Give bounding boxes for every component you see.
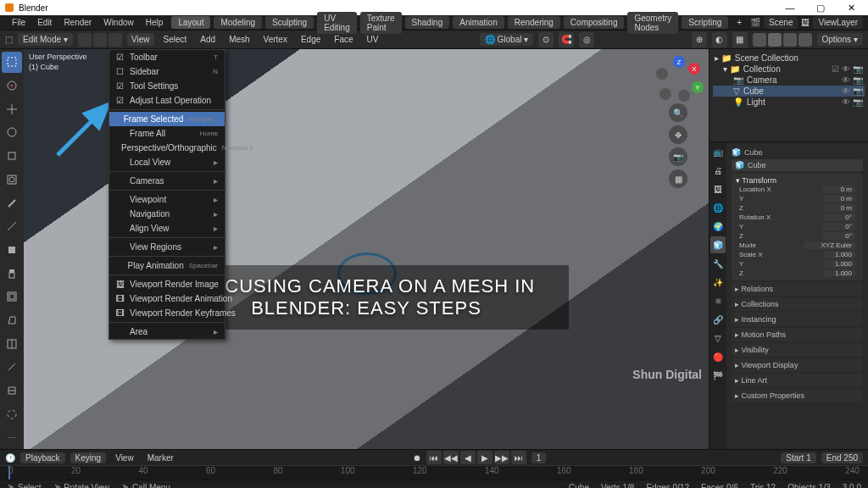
outliner[interactable]: ▸ 📁 Scene Collection ▾ 📁 Collection☑ 👁 📷… — [709, 49, 868, 142]
menu-file[interactable]: File — [7, 16, 31, 29]
ptab-object[interactable]: 🧊 — [710, 236, 726, 253]
start-frame-field[interactable]: Start 1 — [781, 452, 815, 463]
tool-more[interactable]: ⋯ — [2, 427, 22, 448]
object-name-field[interactable]: Cube — [744, 148, 763, 157]
shading-solid[interactable] — [768, 33, 782, 47]
ortho-toggle-button[interactable]: ▦ — [669, 169, 687, 188]
workspace-tab-rendering[interactable]: Rendering — [508, 16, 560, 29]
properties-panel[interactable]: 🧊 Cube 🧊 Cube ▾ Transform Location X0 m … — [726, 142, 868, 449]
timeline-view-menu[interactable]: View — [111, 452, 138, 463]
editor-type-icon[interactable]: ⬚ — [5, 35, 13, 44]
viewport-menu-uv[interactable]: UV — [363, 33, 383, 46]
propedit-toggle[interactable]: ◎ — [579, 32, 594, 47]
panel-motionpaths[interactable]: ▸ Motion Paths — [732, 328, 863, 341]
shading-wireframe[interactable] — [753, 33, 766, 47]
menu-window[interactable]: Window — [98, 16, 139, 29]
ptab-output[interactable]: 🖨 — [710, 162, 726, 179]
workspace-tab-geonodes[interactable]: Geometry Nodes — [627, 12, 678, 34]
viewport-menu-view[interactable]: View — [127, 33, 154, 46]
panel-lineart[interactable]: ▸ Line Art — [732, 374, 863, 387]
shading-rendered[interactable] — [798, 33, 812, 47]
add-workspace-button[interactable]: + — [732, 16, 747, 29]
autokey-toggle[interactable]: ⏺ — [413, 453, 421, 463]
xray-toggle[interactable]: ▦ — [732, 32, 748, 47]
workspace-tab-modeling[interactable]: Modeling — [214, 16, 262, 29]
tool-addcube[interactable] — [2, 240, 22, 261]
camera-view-button[interactable]: 📷 — [669, 147, 687, 166]
viewmenu-item[interactable]: View Regions▸ — [109, 240, 225, 254]
play-button[interactable]: ▶ — [477, 451, 492, 464]
viewmenu-item[interactable]: Align View▸ — [109, 221, 225, 236]
workspace-tab-sculpting[interactable]: Sculpting — [265, 16, 314, 29]
pivot-dropdown[interactable]: ⊙ — [538, 32, 554, 47]
panel-collections[interactable]: ▸ Collections — [732, 297, 863, 311]
ptab-data[interactable]: ▽ — [710, 330, 726, 347]
menu-help[interactable]: Help — [141, 16, 169, 29]
timeline-editor[interactable]: 🕐 Playback Keying View Marker ⏺ ⏮ ◀◀ ◀ ▶… — [0, 449, 868, 480]
tool-rotate[interactable] — [2, 122, 22, 143]
tool-polybuild[interactable] — [2, 380, 22, 402]
workspace-tab-shading[interactable]: Shading — [405, 16, 450, 29]
viewmenu-item[interactable]: ☑ToolbarT — [109, 50, 225, 64]
viewmenu-item[interactable]: Cameras▸ — [109, 174, 225, 188]
viewmenu-item[interactable]: Play AnimationSpacebar — [109, 258, 225, 273]
select-mode-vertex[interactable] — [78, 33, 92, 47]
outliner-collection[interactable]: ▾ 📁 Collection☑ 👁 📷 — [713, 64, 865, 75]
shading-matprev[interactable] — [783, 33, 797, 47]
close-button[interactable]: ✕ — [839, 3, 863, 14]
tool-inset[interactable] — [2, 286, 22, 308]
select-mode-edge[interactable] — [93, 33, 107, 47]
panel-visibility[interactable]: ▸ Visibility — [732, 343, 863, 357]
viewmenu-item[interactable]: 🖼Viewport Render Image — [109, 277, 225, 291]
snap-toggle[interactable]: 🧲 — [559, 32, 574, 47]
orientation-dropdown[interactable]: 🌐Global▾ — [480, 33, 534, 46]
viewmenu-item[interactable]: ☑Adjust Last Operation — [109, 93, 225, 108]
workspace-tab-animation[interactable]: Animation — [453, 16, 504, 29]
ptab-scene[interactable]: 🌐 — [710, 199, 726, 216]
timeline-marker-menu[interactable]: Marker — [143, 452, 178, 463]
ptab-constraints[interactable]: 🔗 — [710, 311, 726, 328]
workspace-tab-texturepaint[interactable]: Texture Paint — [360, 12, 402, 34]
viewport-menu-face[interactable]: Face — [330, 33, 357, 46]
tool-spin[interactable] — [2, 404, 22, 425]
tool-select-box[interactable] — [2, 52, 22, 73]
timeline-editor-icon[interactable]: 🕐 — [5, 453, 15, 463]
scene-field[interactable]: Scene — [764, 16, 798, 29]
viewport-menu-add[interactable]: Add — [196, 33, 220, 46]
workspace-tab-uvediting[interactable]: UV Editing — [317, 12, 357, 34]
select-mode-face[interactable] — [108, 33, 122, 47]
end-frame-field[interactable]: End 250 — [821, 452, 863, 463]
panel-viewportdisplay[interactable]: ▸ Viewport Display — [732, 358, 863, 372]
viewmenu-item[interactable]: Frame SelectedNumpad . — [109, 112, 225, 126]
tool-cursor[interactable] — [2, 75, 22, 97]
orbit-gizmo[interactable]: X Y Z — [656, 56, 700, 100]
mode-dropdown[interactable]: Edit Mode▾ — [18, 33, 73, 46]
zoom-button[interactable]: 🔍 — [669, 103, 687, 122]
next-key-button[interactable]: ▶▶ — [494, 451, 509, 464]
outliner-scene-collection[interactable]: ▸ 📁 Scene Collection — [713, 53, 865, 64]
timeline-playback-menu[interactable]: Playback — [20, 452, 65, 463]
outliner-item-light[interactable]: 💡 Light👁 📷 — [713, 97, 865, 108]
timeline-keying-menu[interactable]: Keying — [70, 452, 107, 463]
menu-render[interactable]: Render — [58, 16, 97, 29]
viewlayer-field[interactable]: ViewLayer — [813, 16, 863, 29]
pan-button[interactable]: ✥ — [669, 125, 687, 144]
tool-knife[interactable] — [2, 357, 22, 378]
viewmenu-item[interactable]: 🎞Viewport Render Keyframes — [109, 306, 225, 320]
viewmenu-item[interactable]: ☑Tool Settings — [109, 79, 225, 93]
ptab-texture[interactable]: 🏁 — [710, 367, 726, 384]
jump-start-button[interactable]: ⏮ — [426, 451, 442, 464]
viewport-menu-select[interactable]: Select — [159, 33, 192, 46]
viewmenu-item[interactable]: Navigation▸ — [109, 207, 225, 221]
viewmenu-item[interactable]: Area▸ — [109, 324, 225, 339]
viewport-menu-edge[interactable]: Edge — [297, 33, 325, 46]
workspace-tab-compositing[interactable]: Compositing — [564, 16, 625, 29]
outliner-item-cube[interactable]: ▽ Cube👁 📷 — [713, 86, 865, 97]
viewmenu-item[interactable]: Local View▸ — [109, 155, 225, 169]
ptab-modifier[interactable]: 🔧 — [710, 255, 726, 272]
gizmo-toggle[interactable]: ⊕ — [692, 32, 707, 47]
tool-transform[interactable] — [2, 169, 22, 191]
tool-extrude[interactable] — [2, 263, 22, 284]
transform-panel[interactable]: ▾ Transform Location X0 m Y0 m Z0 m Rota… — [732, 174, 863, 280]
ptab-viewlayer[interactable]: 🖼 — [710, 180, 726, 197]
